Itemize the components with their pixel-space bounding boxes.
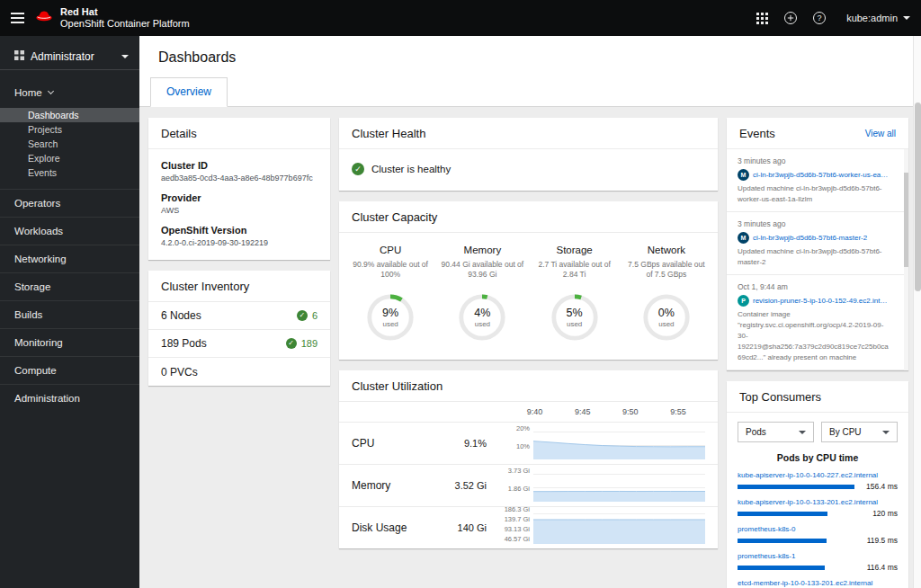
consumer-row: etcd-member-ip-10-0-133-201.ec2.internal…	[727, 579, 908, 588]
chevron-down-icon	[882, 431, 890, 434]
svg-text:?: ?	[818, 13, 822, 22]
consumer-link[interactable]: prometheus-k8s-1	[738, 552, 898, 560]
sidebar-item-dashboards[interactable]: Dashboards	[0, 108, 139, 122]
consumer-bar	[738, 485, 854, 489]
card-title: Cluster Health	[352, 127, 425, 140]
sidebar-item-administration[interactable]: Administration	[0, 384, 139, 412]
apps-grid-icon[interactable]	[751, 7, 773, 29]
inventory-row-pods[interactable]: 189 Pods 189	[148, 330, 330, 358]
network-donut-chart: 0% used	[640, 291, 693, 343]
event-resource-link[interactable]: ci-ln-br3wpjb-d5d6b-57bt6-master-2	[753, 234, 890, 242]
cpu-y-axis: 20%10%	[497, 423, 533, 464]
card-title: Cluster Inventory	[161, 280, 249, 293]
select-value: By CPU	[829, 427, 862, 437]
brand: Red Hat OpenShift Container Platform	[34, 6, 190, 30]
event-item: 3 minutes ago M ci-ln-br3wpjb-d5d6b-57bt…	[727, 149, 908, 212]
page-scrollbar[interactable]	[913, 36, 921, 588]
event-resource-link[interactable]: ci-ln-br3wpjb-d5d6b-57bt6-worker-us-east…	[753, 171, 890, 179]
event-timestamp: 3 minutes ago	[738, 156, 898, 165]
sidebar-item-projects[interactable]: Projects	[0, 122, 139, 137]
event-resource-link[interactable]: revision-pruner-5-ip-10-0-152-49.ec2.int…	[753, 297, 890, 305]
masthead: Red Hat OpenShift Container Platform ? k…	[0, 0, 921, 36]
user-menu[interactable]: kube:admin	[846, 13, 910, 23]
storage-donut-chart: 5% used	[549, 291, 601, 343]
event-message: Updated machine ci-ln-br3wpjb-d5d6b-57bt…	[738, 183, 898, 205]
inventory-row-pvcs[interactable]: 0 PVCs	[148, 358, 330, 386]
health-card: Cluster Health Cluster is healthy	[339, 118, 718, 191]
machine-resource-icon: M	[738, 169, 749, 181]
add-plus-icon[interactable]	[780, 7, 801, 29]
sidebar-item-explore[interactable]: Explore	[0, 151, 139, 165]
card-title: Events	[739, 127, 775, 140]
consumer-type-select[interactable]: Pods	[738, 422, 814, 442]
memory-donut-chart: 4% used	[456, 291, 508, 343]
inventory-count: 189	[301, 338, 317, 349]
perspective-icon	[14, 50, 24, 63]
events-scrollbar[interactable]	[904, 149, 908, 370]
chevron-down-icon	[903, 16, 910, 20]
check-circle-icon	[286, 338, 297, 349]
consumer-value: 116.4 ms	[860, 563, 898, 572]
inventory-label: 189 Pods	[161, 337, 207, 350]
inventory-count: 6	[312, 310, 317, 321]
health-status-text: Cluster is healthy	[371, 164, 451, 174]
field-value: aedb3a85-0cd3-4aa3-a8e6-48b977b697fc	[161, 174, 317, 183]
disk-y-axis: 186.3 Gi139.7 Gi93.13 Gi46.57 Gi	[497, 507, 533, 548]
inventory-label: 0 PVCs	[161, 366, 198, 379]
consumer-link[interactable]: kube-apiserver-ip-10-0-133-201.ec2.inter…	[738, 498, 898, 506]
sidebar-item-events[interactable]: Events	[0, 165, 139, 180]
field-label: Cluster ID	[161, 160, 317, 171]
sidebar-item-monitoring[interactable]: Monitoring	[0, 328, 139, 356]
page-title: Dashboards	[139, 36, 921, 77]
main-area: Dashboards Overview Details Cluster ID a…	[139, 36, 921, 588]
card-title: Details	[161, 127, 197, 140]
time-axis: 9:40 9:45 9:50 9:55	[339, 402, 718, 422]
inventory-card: Cluster Inventory 6 Nodes 6 189 Pods 189	[148, 271, 330, 386]
capacity-card: Cluster Capacity CPU 90.9% available out…	[339, 201, 718, 360]
utilization-row-memory: Memory 3.52 Gi 3.73 Gi1.86 Gi	[339, 464, 718, 506]
events-list: 3 minutes ago M ci-ln-br3wpjb-d5d6b-57bt…	[727, 149, 908, 370]
card-title: Top Consumers	[739, 390, 821, 404]
chevron-down-icon	[799, 431, 806, 434]
sidebar: Administrator Home Dashboards Projects S…	[0, 36, 139, 588]
sidebar-item-builds[interactable]: Builds	[0, 300, 139, 328]
capacity-item-network: Network 7.5 GBps available out of 7.5 GB…	[621, 245, 712, 343]
tab-overview[interactable]: Overview	[150, 77, 228, 107]
details-card: Details Cluster ID aedb3a85-0cd3-4aa3-a8…	[148, 118, 330, 260]
sidebar-item-workloads[interactable]: Workloads	[0, 217, 139, 245]
event-timestamp: 3 minutes ago	[738, 219, 898, 228]
nav-toggle-button[interactable]	[0, 0, 34, 36]
consumer-metric-select[interactable]: By CPU	[821, 422, 898, 442]
field-value: AWS	[161, 206, 317, 215]
memory-sparkline-chart	[533, 469, 705, 502]
tab-bar: Overview	[139, 77, 921, 107]
consumer-value: 156.4 ms	[860, 482, 898, 491]
consumer-link[interactable]: kube-apiserver-ip-10-0-140-227.ec2.inter…	[738, 471, 898, 479]
primary-nav: Home Dashboards Projects Search Explore …	[0, 79, 139, 412]
top-consumers-card: Top Consumers Pods By CPU Pods by CPU ti…	[727, 381, 908, 588]
brand-line2: OpenShift Container Platform	[60, 18, 190, 30]
help-icon[interactable]: ?	[809, 7, 830, 29]
cpu-sparkline-chart	[533, 427, 705, 459]
perspective-switcher[interactable]: Administrator	[0, 43, 139, 70]
event-timestamp: Oct 1, 9:44 am	[738, 282, 898, 291]
sidebar-item-compute[interactable]: Compute	[0, 356, 139, 384]
page-header: Dashboards Overview	[139, 36, 921, 107]
consumer-link[interactable]: etcd-member-ip-10-0-133-201.ec2.internal	[738, 579, 898, 587]
select-value: Pods	[746, 427, 766, 437]
consumer-bar	[738, 539, 854, 543]
event-item: 3 minutes ago M ci-ln-br3wpjb-d5d6b-57bt…	[727, 212, 908, 275]
sidebar-item-operators[interactable]: Operators	[0, 189, 139, 217]
capacity-item-memory: Memory 90.44 Gi available out of 93.96 G…	[436, 245, 528, 343]
pod-resource-icon: P	[738, 295, 749, 307]
sidebar-item-home[interactable]: Home	[0, 79, 139, 106]
sidebar-item-storage[interactable]: Storage	[0, 272, 139, 300]
view-all-link[interactable]: View all	[865, 129, 896, 138]
event-message: Updated machine ci-ln-br3wpjb-d5d6b-57bt…	[738, 246, 898, 268]
inventory-row-nodes[interactable]: 6 Nodes 6	[148, 302, 330, 330]
sidebar-item-networking[interactable]: Networking	[0, 245, 139, 272]
sidebar-item-search[interactable]: Search	[0, 137, 139, 151]
consumer-link[interactable]: prometheus-k8s-0	[738, 525, 898, 533]
cpu-donut-chart: 9% used	[364, 291, 416, 343]
consumer-value: 119.5 ms	[860, 536, 898, 545]
